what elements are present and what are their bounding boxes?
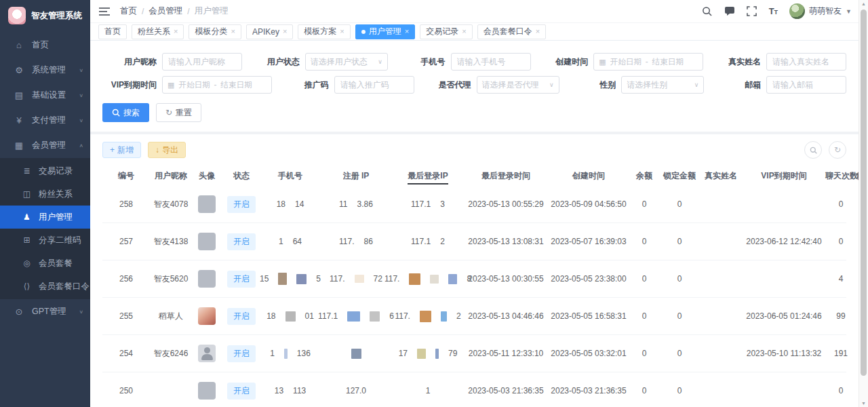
cell-avatar [192, 270, 222, 288]
close-icon[interactable]: × [405, 28, 409, 35]
sidebar-subitem[interactable]: ◎会员套餐 [0, 252, 90, 275]
tab[interactable]: 粉丝关系× [132, 24, 184, 39]
cell-vip-expire-time: 2023-06-12 12:42:40 [743, 237, 825, 246]
filter-select[interactable]: 请选择性别∨ [621, 76, 704, 94]
cell-balance: 0 [629, 274, 660, 284]
tab[interactable]: 会员套餐口令× [477, 24, 546, 39]
sidebar-subitem[interactable]: ≣交易记录 [0, 159, 90, 182]
sidebar-item[interactable]: ▤基础设置∨ [0, 83, 90, 108]
breadcrumb-separator: / [142, 7, 144, 16]
message-icon[interactable] [724, 6, 735, 17]
cell-avatar [192, 195, 222, 213]
cell-status: 开启 [222, 383, 261, 400]
tab[interactable]: 首页 [98, 24, 127, 39]
tab[interactable]: 交易记录× [420, 24, 472, 39]
censor-block [347, 311, 360, 322]
cell-nickname: 智友4078 [150, 199, 192, 210]
filter-select[interactable]: 请选择是否代理∨ [477, 76, 559, 94]
add-button[interactable]: + 新增 [102, 142, 141, 158]
table-refresh-icon[interactable]: ↻ [829, 141, 846, 159]
column-header-label: 最后登录时间 [481, 171, 530, 180]
cell-phone: 1136 [261, 349, 319, 359]
sidebar-subitem[interactable]: ⟨⟩会员套餐口令 [0, 275, 90, 298]
tab[interactable]: 用户管理× [355, 24, 415, 39]
chevron-down-icon: ▼ [846, 8, 852, 15]
plus-icon: + [110, 145, 115, 155]
column-header-label: VIP到期时间 [761, 171, 806, 180]
filter-input[interactable] [334, 76, 414, 94]
close-icon[interactable]: × [536, 28, 540, 35]
cell-last-login-time: 2023-05-13 00:30:55 [463, 274, 549, 284]
refresh-icon: ↻ [165, 108, 172, 117]
export-button[interactable]: ↓ 导出 [148, 142, 186, 158]
filter-daterange[interactable]: ▦开始日期-结束日期 [162, 76, 272, 94]
reset-button-label: 重置 [176, 107, 192, 119]
font-size-icon[interactable]: TT [769, 6, 778, 16]
tab[interactable]: 模板方案× [298, 24, 350, 39]
sidebar-item[interactable]: ⚙系统管理∨ [0, 58, 90, 83]
text-fragment: 117.1 [411, 237, 431, 246]
gear-icon: ⚙ [14, 65, 24, 75]
collapse-menu-icon[interactable] [98, 6, 111, 17]
close-icon[interactable]: × [174, 28, 178, 35]
sidebar-item[interactable]: ⊙GPT管理∨ [0, 299, 90, 324]
home-icon: ⌂ [14, 40, 24, 50]
sidebar-subitem-label: 交易记录 [39, 166, 83, 177]
cell-created-time: 2023-05-05 16:58:31 [549, 311, 629, 321]
breadcrumb-member[interactable]: 会员管理 [149, 5, 182, 17]
reset-button[interactable]: ↻ 重置 [156, 103, 201, 122]
cell-last-login-time: 2023-05-11 12:33:10 [463, 349, 549, 358]
search-button[interactable]: 搜索 [102, 103, 149, 122]
filter-input[interactable] [766, 53, 846, 71]
sidebar-subitem[interactable]: ♟用户管理 [0, 206, 90, 229]
sidebar-subitem[interactable]: ◫粉丝关系 [0, 182, 90, 206]
scroll-up-icon[interactable]: ▲ [859, 1, 868, 6]
sidebar-subitem[interactable]: ⊞分享二维码 [0, 229, 90, 252]
table-row: 255稻草人开启1801117.16117.22023-05-13 04:46:… [102, 298, 846, 335]
table-search-icon[interactable] [804, 141, 822, 159]
filter-input[interactable] [162, 53, 242, 71]
filter-row-2: VIP到期时间▦开始日期-结束日期推广码是否代理请选择是否代理∨性别请选择性别∨… [102, 76, 846, 94]
close-icon[interactable]: × [283, 28, 287, 35]
user-menu[interactable]: 萌萌智友 ▼ [789, 3, 852, 19]
cell-status: 开启 [222, 233, 261, 250]
filter-daterange[interactable]: ▦开始日期-结束日期 [593, 53, 703, 71]
cell-phone: 1814 [261, 199, 319, 209]
date-start-placeholder: 开始日期 [610, 57, 642, 67]
search-icon[interactable] [702, 6, 713, 17]
cell-balance: 0 [629, 349, 660, 358]
filter-group: 用户昵称 [102, 53, 242, 71]
fullscreen-icon[interactable] [747, 6, 757, 17]
text-fragment: 2 [440, 237, 445, 246]
tab[interactable]: APIKey× [246, 24, 293, 39]
page-scrollbar[interactable]: ▲ ▼ [859, 0, 868, 407]
close-icon[interactable]: × [231, 28, 235, 35]
close-icon[interactable]: × [340, 28, 344, 35]
cell-register-ip [319, 349, 393, 359]
cell-last-login-ip: 117.13 [393, 199, 463, 209]
sidebar-item[interactable]: ▦会员管理∧ [0, 133, 90, 158]
filter-input[interactable] [766, 76, 846, 94]
filter-input[interactable] [451, 53, 531, 71]
user-avatar-image [198, 270, 216, 288]
sidebar-item-label: GPT管理 [32, 306, 79, 317]
sidebar-item[interactable]: ⌂首页 [0, 33, 90, 58]
text-fragment: 117.1 [318, 311, 338, 321]
tab[interactable]: 模板分类× [189, 24, 241, 39]
scrollbar-thumb[interactable] [861, 9, 867, 376]
sidebar-item[interactable]: ¥支付管理∨ [0, 108, 90, 133]
text-fragment: 18 [267, 311, 275, 321]
scroll-down-icon[interactable]: ▼ [859, 401, 868, 406]
cell-chat-count: 191 [825, 349, 856, 358]
select-placeholder: 请选择是否代理 [482, 79, 539, 91]
cell-last-login-time: 2023-05-03 21:36:35 [463, 386, 549, 395]
breadcrumb-home[interactable]: 首页 [120, 5, 137, 17]
close-icon[interactable]: × [462, 28, 466, 35]
main-content: 用户昵称用户状态请选择用户状态∨手机号创建时间▦开始日期-结束日期真实姓名 VI… [90, 41, 859, 407]
filter-label: 用户昵称 [102, 56, 157, 68]
filter-select[interactable]: 请选择用户状态∨ [305, 53, 388, 71]
column-header: 余额 [629, 170, 660, 182]
cell-chat-count: 0 [825, 199, 856, 209]
cell-register-ip: 113.86 [319, 199, 393, 209]
column-header[interactable]: 最后登录IP [393, 170, 463, 182]
